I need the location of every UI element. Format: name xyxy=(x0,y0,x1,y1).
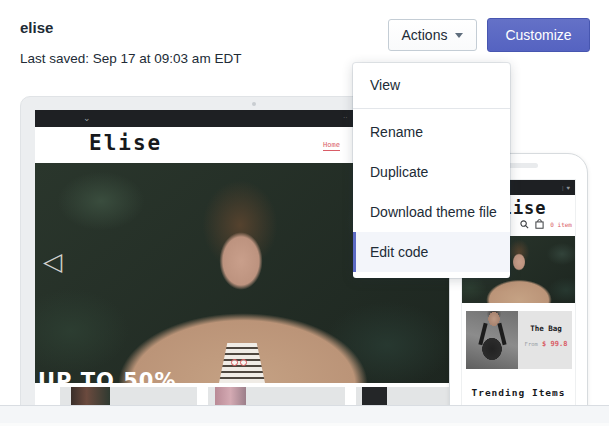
announcement-chevron-icon: ⌄ xyxy=(83,111,91,125)
carousel-prev-icon: ◁ xyxy=(43,249,62,274)
menu-divider xyxy=(353,108,510,109)
customize-button-label: Customize xyxy=(505,27,571,43)
product-name: The Bag xyxy=(522,324,570,333)
divider-bar-icon: | xyxy=(562,185,564,191)
product-info: The Bag From $ 99.8 xyxy=(522,324,570,348)
actions-button[interactable]: Actions xyxy=(388,19,477,51)
nav-item-home: Home xyxy=(323,141,340,151)
customize-button[interactable]: Customize xyxy=(487,18,590,52)
menu-item-view[interactable]: View xyxy=(353,65,510,105)
heart-icon: ♥ xyxy=(566,185,570,191)
page-bottom-strip xyxy=(0,405,609,426)
laptop-camera-dot xyxy=(252,102,256,106)
menu-item-rename[interactable]: Rename xyxy=(353,112,510,152)
hero-sale-text: UP TO 50% xyxy=(38,370,177,383)
price-prefix: From xyxy=(525,341,538,347)
menu-item-download-theme-file[interactable]: Download theme file xyxy=(353,192,510,232)
menu-item-duplicate[interactable]: Duplicate xyxy=(353,152,510,192)
page-title: elise xyxy=(20,19,53,36)
mobile-product-card: The Bag From $ 99.8 xyxy=(466,311,572,369)
last-saved-text: Last saved: Sep 17 at 09:03 am EDT xyxy=(20,51,241,66)
product-price: From $ 99.8 xyxy=(522,340,570,348)
search-icon xyxy=(520,220,529,229)
mobile-section-title: Trending Items xyxy=(462,387,575,398)
actions-menu: View Rename Duplicate Download theme fil… xyxy=(353,63,510,278)
announcement-right-text: ·· xyxy=(343,114,348,121)
bag-icon xyxy=(535,219,544,229)
cart-count-label: 0 item xyxy=(550,221,572,228)
mobile-header-icons: 0 item xyxy=(520,219,572,229)
desktop-site-logo: Elise xyxy=(89,131,162,155)
hero-glasses xyxy=(231,359,247,366)
product-photo-backpack xyxy=(466,311,518,369)
price-amount: $ 99.8 xyxy=(542,340,567,348)
actions-button-label: Actions xyxy=(402,27,448,43)
menu-item-edit-code[interactable]: Edit code xyxy=(353,232,510,272)
chevron-down-icon xyxy=(455,33,463,38)
